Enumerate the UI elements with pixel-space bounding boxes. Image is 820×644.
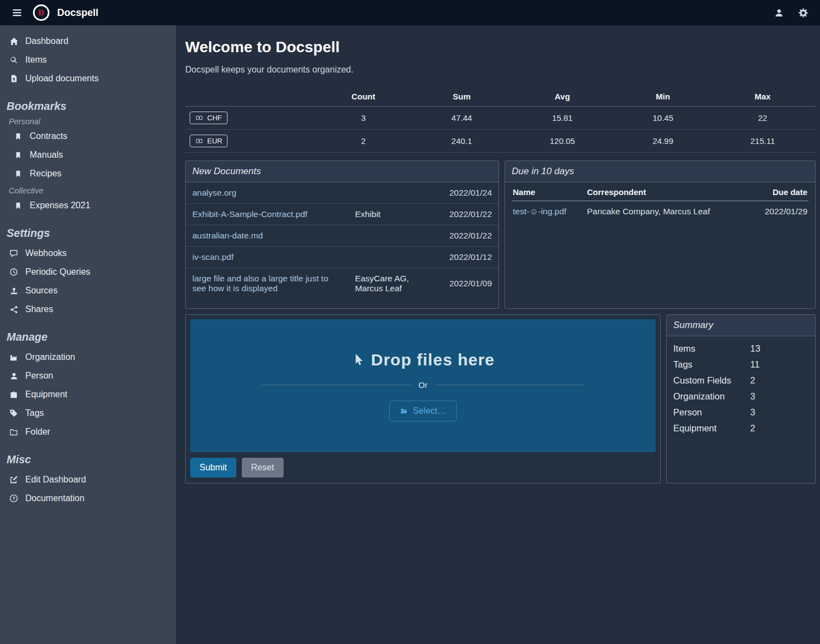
- question-circle-icon: ?: [9, 494, 19, 503]
- section-title-settings: Settings: [0, 227, 176, 240]
- sidebar-item-label: Tags: [25, 408, 44, 418]
- sidebar-item-label: Folder: [25, 427, 50, 437]
- summary-row: Person 3: [673, 404, 808, 420]
- bookmarks-group-collective: Collective: [0, 186, 176, 195]
- sidebar-item-folder[interactable]: Folder: [0, 423, 176, 441]
- table-row: large file and also a large title just t…: [186, 268, 498, 299]
- summary-row: Tags 11: [673, 357, 808, 373]
- stat-value: 47.44: [415, 107, 508, 130]
- stats-header-max: Max: [710, 87, 816, 107]
- document-date: 2022/01/22: [430, 225, 498, 247]
- document-date: 2022/01/09: [430, 268, 498, 299]
- bookmark-icon: [13, 151, 23, 159]
- money-bill-icon: [195, 137, 203, 145]
- sidebar-item-contracts[interactable]: Contracts: [0, 127, 176, 146]
- table-row: analyse.org 2022/01/24: [186, 182, 498, 204]
- folder-icon: [9, 428, 19, 436]
- bookmarks-group-personal: Personal: [0, 117, 176, 126]
- sidebar-item-edit-dashboard[interactable]: Edit Dashboard: [0, 470, 176, 489]
- sidebar-item-recipes[interactable]: Recipes: [0, 164, 176, 183]
- sidebar-item-documentation[interactable]: ? Documentation: [0, 489, 176, 508]
- sidebar-item-sources[interactable]: Sources: [0, 281, 176, 300]
- sidebar-item-tags[interactable]: Tags: [0, 404, 176, 423]
- search-icon: [9, 55, 19, 64]
- document-link[interactable]: test-☺-ing.pdf: [513, 207, 567, 216]
- stats-row-chf: CHF 3 47.44 15.81 10.45 22: [185, 107, 816, 130]
- sidebar-item-label: Documentation: [25, 493, 85, 503]
- stat-value: 22: [710, 107, 816, 130]
- sidebar-item-expenses-2021[interactable]: Expenses 2021: [0, 196, 176, 215]
- summary-value: 3: [750, 391, 808, 402]
- sidebar-item-label: Dashboard: [25, 36, 68, 46]
- summary-label: Equipment: [673, 423, 750, 434]
- currency-label: CHF: [207, 114, 222, 122]
- sidebar-item-organization[interactable]: Organization: [0, 348, 176, 367]
- currency-badge-eur: EUR: [190, 135, 228, 147]
- user-icon[interactable]: [771, 4, 787, 21]
- svg-text:?: ?: [12, 496, 15, 501]
- table-row: Exhibit-A-Sample-Contract.pdf Exhibit 20…: [186, 204, 498, 225]
- due-header-row: Name Correspondent Due date: [512, 182, 808, 201]
- sidebar-item-label: Contracts: [30, 131, 67, 141]
- stats-header-min: Min: [616, 87, 710, 107]
- sidebar-item-periodic-queries[interactable]: Periodic Queries: [0, 263, 176, 281]
- sidebar-item-dashboard[interactable]: Dashboard: [0, 32, 176, 51]
- sidebar-item-label: Recipes: [30, 169, 62, 179]
- file-dropzone[interactable]: Drop files here Or Select…: [190, 319, 656, 452]
- sidebar-item-upload-documents[interactable]: Upload documents: [0, 69, 176, 88]
- document-date: 2022/01/29: [740, 201, 808, 223]
- summary-value: 2: [750, 375, 808, 386]
- select-files-button[interactable]: Select…: [389, 401, 456, 421]
- due-table: Name Correspondent Due date test-☺-ing.p…: [512, 182, 808, 222]
- stat-value: 3: [312, 107, 415, 130]
- sidebar-item-webhooks[interactable]: Webhooks: [0, 244, 176, 263]
- document-link[interactable]: australian-date.md: [192, 231, 263, 240]
- new-documents-panel: New Documents analyse.org 2022/01/24 Exh…: [185, 160, 499, 309]
- summary-label: Tags: [673, 359, 750, 370]
- sidebar-item-person[interactable]: Person: [0, 367, 176, 385]
- drop-files-label-row: Drop files here: [351, 351, 495, 369]
- sidebar-item-equipment[interactable]: Equipment: [0, 385, 176, 404]
- stat-value: 2: [312, 130, 415, 153]
- submit-button[interactable]: Submit: [190, 458, 236, 478]
- document-link[interactable]: analyse.org: [192, 188, 236, 197]
- or-label: Or: [418, 380, 428, 390]
- file-upload-icon: [9, 74, 19, 83]
- industry-icon: [9, 353, 19, 362]
- sidebar-item-label: Webhooks: [25, 248, 67, 258]
- reset-button[interactable]: Reset: [242, 458, 284, 478]
- stats-header-avg: Avg: [508, 87, 616, 107]
- sidebar-item-shares[interactable]: Shares: [0, 300, 176, 319]
- stat-value: 120.05: [508, 130, 616, 153]
- menu-icon[interactable]: [9, 4, 25, 21]
- document-link[interactable]: Exhibit-A-Sample-Contract.pdf: [192, 209, 307, 219]
- cogs-icon[interactable]: [795, 4, 811, 21]
- person-icon: [9, 372, 19, 380]
- brand-title[interactable]: Docspell: [57, 7, 98, 19]
- sidebar-item-label: Expenses 2021: [30, 201, 90, 210]
- upload-panel: Drop files here Or Select… S: [185, 314, 661, 484]
- sidebar-item-manuals[interactable]: Manuals: [0, 146, 176, 164]
- document-correspondent: [348, 182, 430, 204]
- due-header-name: Name: [512, 182, 586, 201]
- document-link[interactable]: iv-scan.pdf: [192, 252, 234, 262]
- document-correspondent: [348, 247, 430, 268]
- currency-label: EUR: [207, 137, 222, 145]
- document-link[interactable]: large file and also a large title just t…: [192, 274, 328, 293]
- document-correspondent: [348, 225, 430, 247]
- sidebar-item-label: Periodic Queries: [25, 267, 90, 277]
- app: D Docspell Dashboard Items Upload docume…: [0, 0, 820, 644]
- stat-value: 10.45: [616, 107, 710, 130]
- summary-row: Organization 3: [673, 388, 808, 404]
- summary-label: Person: [673, 407, 750, 418]
- sidebar-item-items[interactable]: Items: [0, 51, 176, 69]
- or-divider: Or: [262, 380, 584, 390]
- table-row: iv-scan.pdf 2022/01/12: [186, 247, 498, 268]
- summary-row: Items 13: [673, 341, 808, 357]
- sidebar-item-label: Shares: [25, 304, 53, 314]
- drop-files-label: Drop files here: [371, 351, 495, 369]
- stat-value: 24.99: [616, 130, 710, 153]
- table-row: australian-date.md 2022/01/22: [186, 225, 498, 247]
- sidebar-item-label: Upload documents: [25, 74, 98, 84]
- document-date: 2022/01/12: [430, 247, 498, 268]
